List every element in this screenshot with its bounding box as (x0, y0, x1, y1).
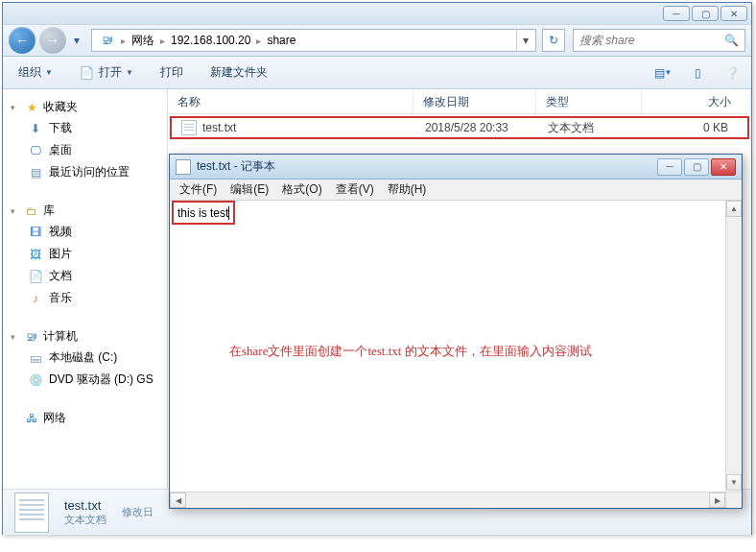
sidebar-item-videos[interactable]: 🎞视频 (7, 221, 163, 243)
menu-format[interactable]: 格式(O) (276, 180, 327, 200)
breadcrumb-host[interactable]: 192.168.100.20 (165, 30, 256, 51)
computer-icon: 🖳 (24, 329, 39, 345)
help-button[interactable]: ❔ (722, 63, 742, 83)
recent-icon: ▤ (28, 165, 43, 180)
annotation-text: 在share文件里面创建一个test.txt 的文本文件，在里面输入内容测试 (229, 343, 592, 360)
network-icon: 🖳 (100, 33, 115, 48)
view-options-button[interactable]: ▤ ▼ (653, 63, 673, 83)
notepad-editor[interactable]: this is test 在share文件里面创建一个test.txt 的文本文… (170, 201, 742, 508)
details-file-type: 文本文档 (64, 513, 106, 527)
network-icon: 🖧 (24, 411, 39, 426)
sidebar-item-music[interactable]: ♪音乐 (7, 287, 163, 309)
back-button[interactable]: ← (9, 27, 35, 54)
refresh-button[interactable]: ↻ (542, 29, 565, 52)
notepad-maximize-button[interactable]: ▢ (684, 158, 709, 176)
address-dropdown[interactable]: ▾ (516, 30, 533, 51)
notepad-content: this is test (172, 201, 235, 225)
menu-help[interactable]: 帮助(H) (382, 180, 433, 200)
organize-button[interactable]: 组织▼ (12, 60, 59, 84)
maximize-button[interactable]: ▢ (692, 6, 719, 21)
desktop-icon: 🖵 (28, 143, 43, 158)
scroll-down-button[interactable]: ▼ (726, 474, 742, 491)
notepad-titlebar[interactable]: test.txt - 记事本 ─ ▢ ✕ (170, 155, 742, 180)
sidebar-item-local-disk[interactable]: 🖴本地磁盘 (C:) (7, 347, 163, 369)
breadcrumb-network-root[interactable]: 🖳 (94, 30, 121, 51)
forward-button[interactable]: → (39, 27, 66, 54)
notepad-close-button[interactable]: ✕ (711, 158, 736, 176)
details-modified-label: 修改日 (122, 505, 154, 519)
details-file-icon (14, 492, 49, 533)
print-button[interactable]: 打印 (154, 60, 189, 84)
column-headers: 名称 修改日期 类型 大小 (168, 89, 751, 114)
details-file-name: test.txt (64, 498, 106, 513)
text-file-icon (181, 120, 197, 135)
explorer-titlebar[interactable]: ─ ▢ ✕ (3, 3, 751, 24)
notepad-title: test.txt - 记事本 (197, 158, 657, 175)
navigation-pane: ▾★收藏夹 ⬇下载 🖵桌面 ▤最近访问的位置 ▾🗀库 🎞视频 🖼图片 📄文档 ♪… (3, 89, 168, 489)
sidebar-item-pictures[interactable]: 🖼图片 (7, 243, 163, 265)
scroll-left-button[interactable]: ◀ (170, 492, 186, 508)
sidebar-item-documents[interactable]: 📄文档 (7, 265, 163, 287)
search-icon: 🔍 (724, 34, 739, 47)
file-date: 2018/5/28 20:33 (415, 121, 538, 134)
minimize-button[interactable]: ─ (663, 6, 690, 21)
download-icon: ⬇ (28, 121, 43, 136)
nav-history-dropdown[interactable]: ▾ (70, 28, 83, 53)
column-size[interactable]: 大小 (642, 89, 751, 113)
navigation-bar: ← → ▾ 🖳 ▸ 网络 ▸ 192.168.100.20 ▸ share ▾ … (3, 24, 751, 57)
vertical-scrollbar[interactable]: ▲ ▼ (725, 201, 742, 491)
file-name: test.txt (202, 121, 236, 134)
picture-icon: 🖼 (28, 247, 43, 262)
computer-group[interactable]: ▾🖳计算机 (7, 326, 163, 347)
notepad-app-icon (176, 159, 191, 175)
favorites-group[interactable]: ▾★收藏夹 (7, 97, 163, 117)
scroll-right-button[interactable]: ▶ (709, 492, 725, 508)
file-type: 文本文档 (538, 120, 644, 136)
open-button[interactable]: 📄打开▼ (74, 60, 139, 84)
video-icon: 🎞 (28, 225, 43, 240)
file-row[interactable]: test.txt 2018/5/28 20:33 文本文档 0 KB (170, 116, 749, 139)
star-icon: ★ (24, 100, 39, 115)
disk-icon: 🖴 (28, 350, 43, 366)
horizontal-scrollbar[interactable]: ◀ ▶ (170, 492, 725, 508)
scroll-up-button[interactable]: ▲ (726, 201, 742, 217)
breadcrumb-network[interactable]: 网络 (126, 30, 160, 51)
file-size: 0 KB (644, 121, 747, 134)
menu-view[interactable]: 查看(V) (330, 180, 380, 200)
dvd-icon: 💿 (28, 372, 43, 388)
sidebar-item-desktop[interactable]: 🖵桌面 (7, 139, 163, 161)
library-icon: 🗀 (24, 204, 39, 219)
sidebar-item-dvd[interactable]: 💿DVD 驱动器 (D:) GS (7, 369, 163, 391)
toolbar: 组织▼ 📄打开▼ 打印 新建文件夹 ▤ ▼ ▯ ❔ (3, 57, 751, 89)
column-date[interactable]: 修改日期 (413, 89, 536, 113)
music-icon: ♪ (28, 291, 43, 306)
sidebar-item-downloads[interactable]: ⬇下载 (7, 117, 163, 139)
menu-file[interactable]: 文件(F) (174, 180, 223, 200)
search-box[interactable]: 🔍 (573, 29, 745, 52)
notepad-window: test.txt - 记事本 ─ ▢ ✕ 文件(F) 编辑(E) 格式(O) 查… (169, 154, 743, 509)
document-icon: 📄 (28, 269, 43, 284)
notepad-icon: 📄 (80, 65, 95, 81)
network-group[interactable]: ▾🖧网络 (7, 408, 163, 428)
libraries-group[interactable]: ▾🗀库 (7, 201, 163, 221)
column-name[interactable]: 名称 (168, 89, 413, 113)
address-bar[interactable]: 🖳 ▸ 网络 ▸ 192.168.100.20 ▸ share ▾ (91, 29, 536, 52)
sidebar-item-recent[interactable]: ▤最近访问的位置 (7, 161, 163, 183)
preview-pane-button[interactable]: ▯ (688, 63, 707, 83)
notepad-menubar: 文件(F) 编辑(E) 格式(O) 查看(V) 帮助(H) (170, 180, 742, 201)
new-folder-button[interactable]: 新建文件夹 (204, 60, 273, 84)
search-input[interactable] (579, 34, 724, 47)
column-type[interactable]: 类型 (536, 89, 642, 113)
close-button[interactable]: ✕ (721, 6, 747, 21)
menu-edit[interactable]: 编辑(E) (224, 180, 274, 200)
notepad-minimize-button[interactable]: ─ (657, 158, 682, 176)
resize-grip[interactable] (725, 492, 742, 508)
breadcrumb-folder[interactable]: share (261, 30, 301, 51)
